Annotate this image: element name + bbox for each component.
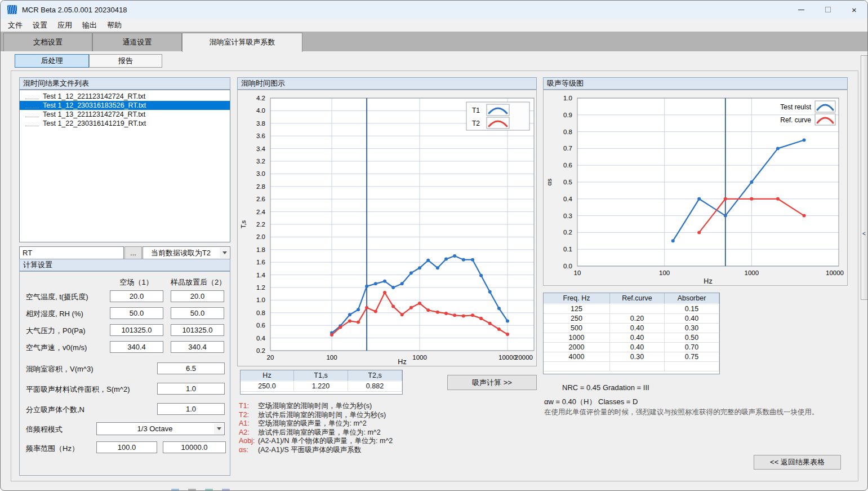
menu-item-help[interactable]: 帮助 xyxy=(102,19,127,32)
data-read-select[interactable]: 当前数据读取为T2 xyxy=(143,246,230,259)
calc-input-with-sample[interactable] xyxy=(171,290,224,302)
app-window: MCR Beta 2.05.0.001 20230418 × 文件 设置 应用 … xyxy=(0,0,868,491)
svg-text:0.5: 0.5 xyxy=(563,179,572,185)
rt-file-list[interactable]: Test 1_12_221123142724_RT.txtTest 1_12_2… xyxy=(19,90,230,242)
tree-branch-icon xyxy=(25,94,39,99)
svg-text:1.2: 1.2 xyxy=(256,284,265,291)
table-cell: 0.882 xyxy=(348,382,402,391)
tab-document-settings[interactable]: 文档设置 xyxy=(3,33,92,51)
note-text: 空场混响室的吸声量，单位为: m^2 xyxy=(258,419,367,427)
rt-chart[interactable]: 0.20.40.60.81.01.21.41.61.82.02.22.42.62… xyxy=(237,90,537,366)
svg-text:0.4: 0.4 xyxy=(563,196,573,202)
svg-text:0.4: 0.4 xyxy=(256,335,266,342)
calc-input-field[interactable] xyxy=(157,362,225,374)
table-cell xyxy=(665,362,719,371)
table-cell: 0.30 xyxy=(665,324,719,333)
svg-text:10000: 10000 xyxy=(498,354,517,361)
svg-text:0.7: 0.7 xyxy=(563,145,572,152)
file-list-header: 混时间结果文件列表 xyxy=(19,77,230,90)
svg-text:100: 100 xyxy=(659,269,670,276)
svg-text:Hz: Hz xyxy=(398,358,406,366)
file-item[interactable]: Test 1_12_221123142724_RT.txt xyxy=(20,92,230,101)
close-icon: × xyxy=(852,5,857,15)
octave-mode-select[interactable]: 1/3 Octave xyxy=(96,422,225,435)
column-header: T2,s xyxy=(348,370,402,381)
table-cell xyxy=(544,362,610,371)
note-text: 空场混响室的混响时间，单位为秒(s) xyxy=(258,402,372,410)
menu-item-apply[interactable]: 应用 xyxy=(52,19,77,32)
svg-text:Ref. curve: Ref. curve xyxy=(780,116,811,124)
svg-text:20: 20 xyxy=(267,354,274,361)
table-cell: 4000 xyxy=(544,352,610,361)
calc-input-empty-room[interactable] xyxy=(110,307,163,319)
menu-item-file[interactable]: 文件 xyxy=(3,19,28,32)
rt-chart-svg: 0.20.40.60.81.01.21.41.61.82.02.22.42.62… xyxy=(238,90,537,367)
calc-input-with-sample[interactable] xyxy=(171,324,224,336)
column-header: T1,s xyxy=(294,370,348,381)
file-name: Test 1_12_230316183526_RT.txt xyxy=(43,101,146,109)
return-results-button[interactable]: << 返回结果表格 xyxy=(754,455,841,470)
table-cell: 125 xyxy=(544,304,610,313)
svg-text:0.3: 0.3 xyxy=(563,213,572,219)
data-read-value: 当前数据读取为T2 xyxy=(151,249,211,257)
calc-row-label: 平面吸声材料试件面积，S(m^2) xyxy=(26,384,130,395)
note-key: A2: xyxy=(239,428,258,436)
chevron-down-icon[interactable] xyxy=(214,423,224,434)
calc-row-label: 空气温度, t(摄氏度) xyxy=(26,292,88,302)
table-row: 5000.400.30 xyxy=(544,324,719,333)
svg-text:αs: αs xyxy=(546,179,553,186)
close-button[interactable]: × xyxy=(841,1,867,19)
svg-text:4.0: 4.0 xyxy=(256,107,265,114)
calc-input-with-sample[interactable] xyxy=(171,341,224,353)
freq-range-label: 频率范围（Hz） xyxy=(26,444,79,454)
svg-text:3.4: 3.4 xyxy=(256,145,266,152)
tree-branch-icon xyxy=(25,112,39,117)
table-cell xyxy=(610,362,665,371)
table-cell: 0.50 xyxy=(665,333,719,342)
table-cell: 500 xyxy=(544,324,610,333)
panel-splitter[interactable]: < xyxy=(861,55,868,300)
table-cell: 0.30 xyxy=(610,352,665,361)
octave-mode-label: 倍频程模式 xyxy=(26,424,63,435)
table-cell xyxy=(610,304,665,313)
maximize-icon xyxy=(825,7,831,12)
calc-input-field[interactable] xyxy=(157,383,225,395)
calc-input-field[interactable] xyxy=(157,403,225,415)
table-row: 20000.400.70 xyxy=(544,343,719,352)
chevron-down-icon[interactable] xyxy=(220,247,229,258)
aw-result-text: αw = 0.40（H） Classes = D xyxy=(544,397,638,407)
subtab-postprocess[interactable]: 后处理 xyxy=(15,54,89,68)
octave-mode-value: 1/3 Octave xyxy=(137,424,173,433)
file-item[interactable]: Test 1_13_221123142724_RT.txt xyxy=(20,110,230,119)
tab-reverb-absorption[interactable]: 混响室计算吸声系数 xyxy=(182,33,302,52)
tab-channel-settings[interactable]: 通道设置 xyxy=(92,33,182,51)
freq-max-input[interactable] xyxy=(163,441,226,453)
maximize-button[interactable] xyxy=(814,1,841,19)
calc-row-label: 大气压力，P0(Pa) xyxy=(26,326,85,336)
note-line: αs:(A2-A1)/S 平面吸声体的吸声系数 xyxy=(239,445,393,454)
calc-input-empty-room[interactable] xyxy=(110,290,163,302)
svg-text:T2: T2 xyxy=(472,120,480,127)
subtab-report[interactable]: 报告 xyxy=(89,54,162,68)
window-title: MCR Beta 2.05.0.001 20230418 xyxy=(22,6,127,14)
taskbar-peek xyxy=(171,489,179,490)
table-cell: 0.75 xyxy=(665,352,719,361)
taskbar-peek xyxy=(222,489,230,490)
menu-item-settings[interactable]: 设置 xyxy=(28,19,52,32)
absorption-calc-button[interactable]: 吸声计算 >> xyxy=(447,375,537,390)
minimize-button[interactable] xyxy=(788,1,814,19)
calc-input-empty-room[interactable] xyxy=(110,324,163,336)
calc-input-with-sample[interactable] xyxy=(171,307,224,319)
table-cell: 0.70 xyxy=(665,343,719,352)
file-item[interactable]: Test 1_22_230316141219_RT.txt xyxy=(20,119,230,128)
nrc-result-text: NRC = 0.45 Gradation = III xyxy=(562,383,649,392)
menu-item-output[interactable]: 输出 xyxy=(77,19,102,32)
column-header: Ref.curve xyxy=(610,293,665,304)
calc-input-empty-room[interactable] xyxy=(110,341,163,353)
grade-chart[interactable]: 0.00.10.20.30.40.50.60.70.80.91.01010010… xyxy=(543,90,848,286)
browse-button[interactable]: ... xyxy=(124,246,142,259)
freq-min-input[interactable] xyxy=(96,441,157,453)
rt-name-input[interactable] xyxy=(19,246,124,259)
file-item[interactable]: Test 1_12_230316183526_RT.txt xyxy=(20,101,230,110)
table-cell: 250 xyxy=(544,314,610,323)
